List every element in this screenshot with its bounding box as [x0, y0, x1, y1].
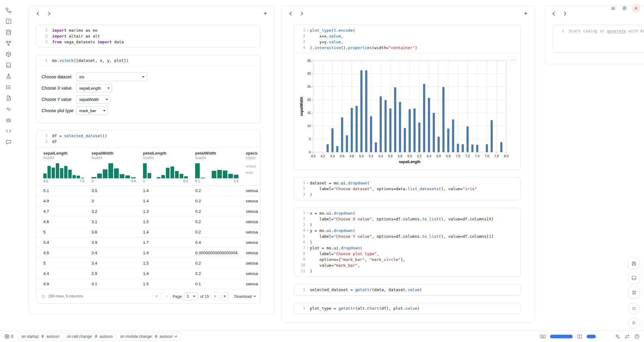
columns-button[interactable] — [577, 334, 582, 339]
vstack-output: Choose dataset iris Choose X value sepal… — [37, 66, 260, 123]
table-column-sepalLength[interactable]: sepalLengthfloat644.37.9 — [40, 151, 88, 185]
cell-plot: 1plot_type().encode(2 x=x.value,3 y=y.va… — [294, 25, 521, 170]
helper-panel-rail: ƒ — [0, 7, 17, 145]
on-module-change-chip[interactable]: on module change: autorun — [116, 333, 181, 340]
stop-button[interactable] — [628, 303, 640, 314]
prev-page-button[interactable] — [163, 292, 170, 300]
menu-button[interactable] — [609, 4, 617, 12]
code-editor-selected[interactable]: 1selected_dataset = getattr(data, datase… — [294, 284, 520, 295]
control-row-y: Choose Y value sepalWidth — [41, 95, 256, 104]
download-button[interactable]: Download — [234, 294, 256, 299]
panel-dependencies-icon[interactable] — [5, 40, 12, 47]
table-row: 4.73.21.30.2setosa — [37, 206, 260, 217]
svg-text:4.0: 4.0 — [311, 154, 316, 158]
close-button[interactable] — [632, 4, 640, 12]
column-prev-button[interactable] — [287, 9, 295, 17]
cell-vstack: 1mo.vstack([dataset, x, y, plot]) Choose… — [36, 55, 261, 123]
panel-documentation-icon[interactable] — [5, 62, 12, 69]
svg-text:7.4: 7.4 — [475, 154, 480, 158]
chart-actions-button[interactable] — [508, 56, 517, 63]
editor-placeholder: Start coding or generate with AI — [569, 28, 644, 34]
panel-outline-icon[interactable] — [5, 84, 12, 91]
column-next-button[interactable] — [298, 9, 306, 17]
on-cell-change-chip[interactable]: on cell change: autorun — [63, 333, 117, 340]
first-page-button[interactable] — [152, 292, 160, 300]
panel-tracebacks-icon[interactable] — [5, 105, 12, 112]
table-row: 4.931.40.2setosa — [37, 196, 260, 206]
code-editor-widgets[interactable]: 1x = mo.ui.dropdown(2 label="Choose X va… — [294, 208, 520, 276]
swap-button[interactable] — [624, 334, 630, 339]
panel-dataflow-icon[interactable] — [5, 7, 12, 14]
last-page-button[interactable] — [221, 292, 229, 300]
column-next-button[interactable] — [45, 9, 53, 17]
stop-icon — [631, 306, 636, 311]
errors-indicator[interactable]: 0 — [4, 334, 13, 339]
svg-text:5.8: 5.8 — [398, 154, 402, 158]
chevron-down-icon — [174, 336, 177, 337]
autorun-settings: on startup: autorun on cell change: auto… — [17, 333, 181, 340]
gear-icon — [622, 5, 627, 11]
code-editor-plot[interactable]: 1plot_type().encode(2 x=x.value,3 y=y.va… — [294, 25, 520, 53]
ai-sparkles-button[interactable] — [615, 334, 620, 339]
table-column-species[interactable]: speciesobjectuniquenulls: — [242, 151, 257, 185]
altair-chart[interactable]: 051015202530354.04.24.44.64.85.05.25.45.… — [299, 57, 510, 166]
y-value-select[interactable]: sepalWidth — [76, 95, 110, 104]
svg-text:4.8: 4.8 — [349, 154, 354, 158]
table-search-button[interactable] — [41, 294, 45, 299]
svg-text:35: 35 — [307, 59, 311, 62]
empty-code-editor[interactable]: 1 Start coding or generate with AI — [553, 25, 644, 53]
cell-selected-dataset-def: 1selected_dataset = getattr(data, datase… — [294, 284, 521, 295]
keyboard-button[interactable] — [540, 333, 546, 339]
page-select[interactable]: 1 — [184, 292, 198, 300]
panel-logs-icon[interactable] — [5, 94, 12, 102]
bolt-icon — [95, 334, 98, 338]
panel-datasources-icon[interactable] — [5, 29, 12, 36]
control-row-plot-type: Choose plot type mark_bar — [41, 106, 256, 115]
svg-text:6.4: 6.4 — [427, 154, 431, 158]
code-editor-vstack[interactable]: 1mo.vstack([dataset, x, y, plot]) — [37, 55, 260, 66]
window-controls — [609, 4, 640, 12]
svg-text:30: 30 — [307, 72, 311, 75]
settings-button[interactable] — [620, 4, 629, 12]
x-value-select[interactable]: sepalLength — [76, 84, 112, 92]
code-editor-plot-type[interactable]: 1plot_type = getattr(alt.Chart(df), plot… — [294, 303, 520, 314]
run-button[interactable] — [628, 317, 640, 329]
cell-imports: 1import marimo as mo2import altair as al… — [36, 25, 261, 48]
panel-scratchpad-icon[interactable] — [5, 73, 12, 80]
help-button[interactable] — [634, 334, 640, 339]
code-editor-imports[interactable]: 1import marimo as mo2import altair as al… — [37, 25, 260, 47]
table-row: 5.43.91.70.4setosa — [37, 237, 260, 248]
scratch-column: 1 Start coding or generate with AI — [545, 5, 644, 64]
table-column-petalLength[interactable]: petalLengthfloat6416.9 — [139, 151, 191, 185]
code-editor-dataset[interactable]: 1dataset = mo.ui.dropdown(2 label="Choos… — [294, 178, 520, 200]
panel-ai-icon[interactable] — [5, 116, 12, 123]
panel-snippets-icon[interactable] — [5, 127, 12, 134]
table-column-petalWidth[interactable]: petalWidthfloat640.12.5 — [191, 151, 242, 185]
on-startup-chip[interactable]: on startup: autorun — [17, 333, 63, 340]
save-button[interactable] — [628, 258, 640, 269]
width-slider[interactable] — [550, 335, 573, 338]
cell-widgets-def: 1x = mo.ui.dropdown(2 label="Choose X va… — [294, 208, 521, 277]
panel-packages-icon[interactable] — [5, 51, 12, 58]
column-prev-button[interactable] — [34, 9, 42, 17]
table-row: 4.42.91.40.2setosa — [37, 269, 260, 279]
panel-functions-icon[interactable]: ƒ — [5, 18, 12, 25]
generate-with-ai-link[interactable]: generate — [607, 29, 626, 33]
column-next-button[interactable] — [561, 9, 569, 17]
layout-icon — [631, 275, 637, 281]
shortcuts-button[interactable] — [628, 287, 640, 298]
plot-type-select[interactable]: mark_bar — [76, 106, 108, 115]
mode-toggle[interactable] — [587, 335, 596, 338]
add-cell-button[interactable] — [261, 9, 269, 17]
add-cell-button[interactable] — [522, 9, 530, 17]
panel-chat-icon[interactable] — [5, 138, 12, 145]
table-column-sepalWidth[interactable]: sepalWidthfloat6424.4 — [88, 151, 139, 185]
dataset-label: Choose dataset — [41, 74, 74, 79]
code-editor-df[interactable]: 1df = selected_dataset()2df — [37, 130, 260, 147]
layout-button[interactable] — [628, 272, 640, 284]
table-body: 5.13.51.40.2setosa4.931.40.2setosa4.73.2… — [37, 186, 260, 289]
circle-x-icon — [4, 334, 9, 339]
dataset-select[interactable]: iris — [76, 73, 147, 81]
column-prev-button[interactable] — [550, 9, 558, 17]
next-page-button[interactable] — [211, 292, 219, 300]
